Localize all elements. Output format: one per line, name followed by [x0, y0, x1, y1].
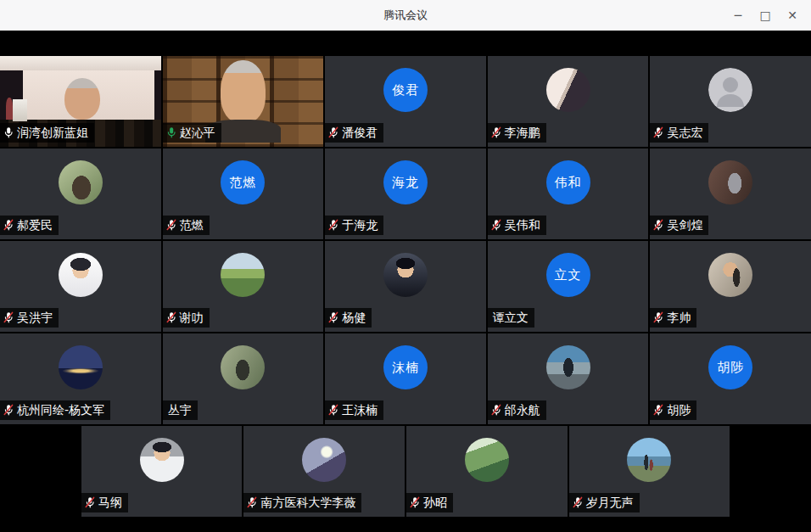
- participant-tile-11[interactable]: 吴洪宇: [0, 241, 161, 332]
- close-button[interactable]: ✕: [779, 0, 806, 31]
- name-label: 吴洪宇: [0, 308, 59, 328]
- video-grid-area: 润湾创新蓝姐 赵沁平 俊君: [0, 31, 811, 532]
- mic-muted-icon: [652, 126, 664, 138]
- doctor-portrait-avatar: [140, 438, 184, 482]
- name-label: 王沫楠: [325, 400, 383, 420]
- initials-avatar: 伟和: [546, 160, 590, 204]
- participant-name: 南方医科大学李薇: [260, 495, 355, 510]
- mic-muted-icon: [652, 311, 664, 323]
- participant-tile-10[interactable]: 吴剑煌: [650, 148, 811, 239]
- participant-tile-3[interactable]: 俊君 潘俊君: [325, 56, 486, 147]
- mic-on-icon: [3, 126, 14, 138]
- participant-tile-18[interactable]: 沫楠 王沫楠: [325, 333, 486, 424]
- participant-name: 吴洪宇: [17, 310, 53, 325]
- participant-name: 于海龙: [342, 217, 378, 232]
- name-label: 于海龙: [325, 216, 383, 235]
- participant-name: 吴剑煌: [667, 217, 702, 232]
- participant-tile-22[interactable]: 南方医科大学李薇: [243, 426, 405, 517]
- participant-tile-20[interactable]: 胡陟 胡陟: [650, 333, 811, 424]
- participant-tile-14[interactable]: 立文 谭立文: [488, 241, 649, 332]
- participant-name: 吴伟和: [505, 217, 540, 232]
- suit-standing-avatar: [708, 160, 752, 204]
- name-label: 杨健: [325, 308, 372, 328]
- participant-tile-9[interactable]: 伟和 吴伟和: [488, 148, 649, 239]
- participant-tile-1[interactable]: 润湾创新蓝姐: [0, 56, 161, 147]
- name-label: 润湾创新蓝姐: [0, 123, 94, 143]
- initials-avatar: 胡陟: [708, 345, 752, 389]
- minimize-button[interactable]: ─: [724, 0, 752, 31]
- default-person-avatar: [708, 68, 752, 112]
- mic-muted-icon: [490, 404, 502, 416]
- mic-muted-icon: [3, 404, 14, 416]
- participant-tile-21[interactable]: 马纲: [81, 426, 243, 517]
- room-ceiling: [0, 56, 161, 70]
- hand-pebbles-avatar: [59, 160, 103, 204]
- lake-figures-avatar: [627, 438, 671, 482]
- mic-muted-icon: [572, 496, 584, 508]
- room-podium: [13, 99, 27, 121]
- window-title: 腾讯会议: [383, 8, 428, 23]
- initials-avatar: 立文: [546, 253, 590, 297]
- participant-name: 杨健: [342, 310, 366, 325]
- speaking-mic-avatar: [708, 253, 752, 297]
- maximize-button[interactable]: □: [752, 0, 779, 31]
- mic-muted-icon: [490, 126, 502, 138]
- participant-tile-7[interactable]: 范燃 范燃: [163, 148, 324, 239]
- boat-lake-avatar: [546, 345, 590, 389]
- participant-name: 李海鹏: [505, 125, 540, 140]
- name-label: 马纲: [81, 493, 128, 512]
- side-profile-avatar: [546, 68, 590, 112]
- participant-name: 杭州同绘-杨文军: [17, 402, 104, 417]
- participant-tile-8[interactable]: 海龙 于海龙: [325, 148, 486, 239]
- participant-name: 潘俊君: [342, 125, 378, 140]
- name-label: 胡陟: [650, 400, 696, 420]
- mic-muted-icon: [409, 496, 421, 508]
- name-label: 岁月无声: [569, 493, 640, 512]
- mic-muted-icon: [490, 219, 502, 231]
- participant-name: 郝爱民: [17, 217, 53, 232]
- name-label: 邰永航: [488, 400, 546, 420]
- name-label: 范燃: [163, 216, 210, 235]
- name-label: 李帅: [650, 308, 696, 328]
- participant-tile-5[interactable]: 吴志宏: [650, 56, 811, 147]
- participant-tile-6[interactable]: 郝爱民: [0, 148, 161, 239]
- mic-muted-icon: [246, 496, 258, 508]
- name-label: 潘俊君: [325, 123, 383, 143]
- participant-tile-4[interactable]: 李海鹏: [488, 56, 649, 147]
- initials-avatar: 范燃: [221, 160, 265, 204]
- participant-name: 胡陟: [667, 402, 691, 417]
- participant-name: 孙昭: [423, 495, 447, 510]
- mic-speaking-icon: [165, 126, 177, 138]
- room-person: [6, 98, 14, 120]
- mic-muted-icon: [165, 219, 177, 231]
- name-label: 丛宇: [163, 400, 198, 420]
- participant-name: 丛宇: [168, 402, 192, 417]
- participant-grid-bottom: 马纲 南方医科大学李薇: [0, 426, 811, 517]
- initials-avatar: 沫楠: [383, 345, 428, 389]
- participant-name: 马纲: [98, 495, 122, 510]
- participant-tile-19[interactable]: 邰永航: [488, 333, 649, 424]
- participant-name: 邰永航: [505, 402, 540, 417]
- participant-tile-2[interactable]: 赵沁平: [163, 56, 324, 147]
- participant-name: 李帅: [667, 310, 691, 325]
- name-label: 孙昭: [406, 493, 453, 512]
- participant-tile-16[interactable]: 杭州同绘-杨文军: [0, 333, 161, 424]
- initials-avatar: 海龙: [383, 160, 428, 204]
- name-label: 杭州同绘-杨文军: [0, 400, 110, 420]
- participant-tile-23[interactable]: 孙昭: [406, 426, 568, 517]
- outdoor-portrait-avatar: [221, 345, 265, 389]
- participant-tile-12[interactable]: 谢叻: [163, 241, 324, 332]
- night-city-avatar: [59, 345, 103, 389]
- participant-tile-13[interactable]: 杨健: [325, 241, 486, 332]
- participant-tile-15[interactable]: 李帅: [650, 241, 811, 332]
- mic-muted-icon: [84, 496, 96, 508]
- participant-tile-24[interactable]: 岁月无声: [569, 426, 730, 517]
- participant-name: 吴志宏: [667, 125, 702, 140]
- participant-name: 范燃: [180, 217, 204, 232]
- mic-muted-icon: [327, 311, 339, 323]
- name-label: 谭立文: [488, 308, 534, 328]
- name-label: 郝爱民: [0, 216, 59, 235]
- mic-muted-icon: [165, 311, 177, 323]
- participant-name: 岁月无声: [586, 495, 634, 510]
- participant-tile-17[interactable]: 丛宇: [163, 333, 324, 424]
